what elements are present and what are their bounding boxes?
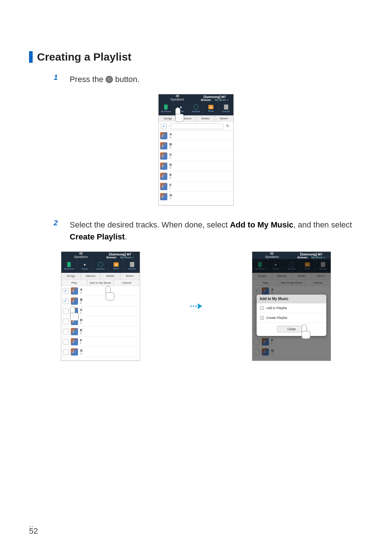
source-tunein[interactable]: ▾TuneIn — [77, 259, 93, 273]
song-row[interactable]: ✓BB — [61, 296, 140, 306]
section-heading: Creating a Playlist — [29, 51, 363, 63]
song-artist: E — [80, 332, 82, 335]
step-2-bold-b: Create Playlist — [70, 232, 125, 241]
step-1-text: Press the button. — [70, 73, 139, 85]
source-services[interactable]: Services — [93, 259, 109, 273]
source-devices-label: Devices — [222, 110, 230, 112]
tab-artists[interactable]: Artists — [196, 115, 215, 122]
album-art-icon — [71, 297, 78, 305]
popup-item-create-playlist[interactable]: + Create Playlist — [257, 313, 326, 323]
song-artist: B — [80, 301, 83, 304]
source-myphone[interactable]: My Phone — [61, 259, 77, 273]
truncated-row — [159, 202, 233, 205]
screenshot-2-container: Speakers [Samsung] M7 BrowserMy Music > … — [29, 251, 363, 361]
step-1-text-before: Press the — [70, 75, 106, 84]
source-devices[interactable]: Devices — [124, 259, 139, 273]
browser-tab[interactable]: Browser — [106, 256, 117, 259]
tab-albums[interactable]: Albums — [177, 115, 196, 122]
speakers-tab[interactable]: Speakers — [252, 252, 291, 259]
track-checkbox[interactable] — [63, 308, 69, 314]
song-artist: B — [170, 146, 172, 149]
add-to-my-music-popup: Add to My Music ♪ Add to Playlist + Crea… — [257, 295, 326, 336]
tab-more[interactable]: More+ — [215, 115, 233, 122]
song-row[interactable]: GG — [61, 347, 140, 357]
song-title: A — [170, 133, 172, 136]
refresh-button[interactable]: ↻ — [226, 124, 231, 129]
source-music-label: Music — [208, 110, 214, 112]
circle-button-icon — [106, 76, 113, 83]
tab-more[interactable]: More+ — [121, 273, 140, 279]
song-row[interactable]: BB — [159, 141, 233, 151]
device-title: [Samsung] M7 — [291, 253, 331, 256]
devices-icon — [224, 104, 228, 110]
select-all-checkbox[interactable]: ✓ — [161, 123, 167, 129]
song-row[interactable]: FF — [61, 337, 140, 347]
song-title: E — [80, 329, 82, 332]
mymusic-tab[interactable]: My Music > — [215, 99, 229, 101]
speakers-tab[interactable]: Speakers — [61, 252, 101, 259]
track-checkbox[interactable] — [63, 339, 69, 345]
song-row[interactable]: FF — [159, 181, 233, 192]
source-myphone[interactable]: My Phone — [159, 102, 173, 115]
popup-close-button[interactable]: Close — [277, 326, 306, 332]
browser-tab[interactable]: Browser — [297, 256, 307, 259]
song-title: E — [170, 173, 172, 177]
tab-songs[interactable]: Songs — [61, 273, 81, 279]
category-tabs: Songs Albums Artists More+ — [61, 273, 140, 279]
category-tabs: Songs Albums Artists More+ — [159, 115, 233, 122]
song-row[interactable]: CC — [61, 306, 140, 316]
phone-mock-3: Speakers [Samsung] M7 BrowserMy Music > … — [252, 251, 331, 361]
song-row[interactable]: EE — [61, 327, 140, 337]
song-row[interactable]: CC — [159, 151, 233, 161]
tab-artists[interactable]: Artists — [101, 273, 120, 279]
source-music-label: Music — [113, 267, 119, 270]
source-services[interactable]: Services — [189, 102, 204, 115]
song-row[interactable]: AA — [159, 131, 233, 141]
track-checkbox[interactable]: ✓ — [63, 298, 69, 304]
tunein-icon: ▾ — [179, 104, 184, 110]
step-2-text-c: . — [125, 232, 127, 241]
source-tunein[interactable]: ▾TuneIn — [173, 102, 188, 115]
song-row[interactable]: ✓AA — [61, 286, 140, 296]
song-row[interactable]: GG — [159, 192, 233, 202]
popup-title: Add to My Music — [257, 295, 326, 303]
song-row[interactable]: DD — [159, 161, 233, 171]
action-play[interactable]: Play — [61, 280, 87, 286]
source-tunein-label: TuneIn — [81, 268, 88, 270]
source-myphone-label: My Phone — [64, 268, 74, 270]
mymusic-tab[interactable]: My Music > — [120, 256, 134, 259]
song-title: D — [80, 319, 83, 322]
heading-accent-bar — [29, 51, 33, 63]
speaker-icon — [270, 252, 274, 255]
song-title: C — [80, 308, 83, 312]
mymusic-tab[interactable]: My Music > — [311, 256, 325, 259]
step-1-number: 1 — [54, 73, 62, 85]
source-devices-label: Devices — [128, 268, 136, 270]
speakers-label: Speakers — [74, 255, 88, 259]
album-art-icon — [71, 338, 78, 345]
track-checkbox[interactable] — [63, 349, 69, 355]
popup-item-add-to-playlist[interactable]: ♪ Add to Playlist — [257, 303, 326, 313]
track-checkbox[interactable] — [63, 319, 69, 324]
topbar: Speakers [Samsung] M7 BrowserMy Music > — [252, 252, 331, 259]
song-row[interactable]: DD — [61, 316, 140, 327]
page-number: 52 — [29, 523, 38, 536]
tab-albums[interactable]: Albums — [81, 273, 101, 279]
song-row[interactable]: EE — [159, 171, 233, 181]
tab-songs[interactable]: Songs — [159, 115, 177, 122]
album-art-icon — [160, 142, 167, 149]
heading-title: Creating a Playlist — [37, 51, 131, 63]
browser-tab[interactable]: Browser — [201, 99, 211, 101]
album-art-icon — [160, 132, 167, 139]
search-input[interactable] — [169, 123, 224, 129]
track-checkbox[interactable]: ✓ — [63, 288, 69, 294]
action-cancel[interactable]: Cancel — [114, 280, 139, 286]
action-add-to-my-music[interactable]: Add to My Music — [87, 280, 114, 286]
source-devices[interactable]: Devices — [219, 102, 233, 115]
source-music[interactable]: aMusic — [109, 259, 124, 273]
speakers-tab[interactable]: Speakers — [159, 95, 196, 101]
album-art-icon — [71, 318, 78, 325]
search-row: ✓ ↻ — [159, 122, 233, 131]
track-checkbox[interactable] — [63, 329, 69, 335]
source-music[interactable]: aMusic — [204, 102, 219, 115]
